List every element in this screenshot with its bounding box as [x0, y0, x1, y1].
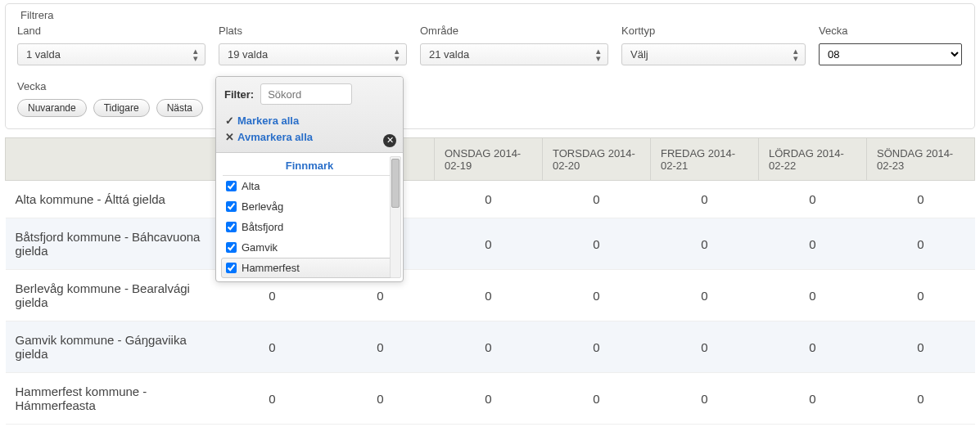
tidigare-button[interactable]: Tidigare — [93, 99, 150, 117]
row-value-cell: 0 — [867, 321, 975, 373]
dropdown-filter-label: Filter: — [224, 88, 254, 101]
filter-col-vecka: Vecka 08 — [819, 25, 962, 65]
x-icon: ✕ — [224, 129, 234, 146]
select-land-value: 1 valda — [26, 48, 61, 61]
dropdown-item-checkbox[interactable] — [226, 201, 237, 212]
filter-col-omrade: Område 21 valda ▴▾ — [420, 25, 608, 65]
dropdown-item-label: Berlevåg — [242, 200, 283, 213]
dropdown-item-label: Gamvik — [242, 241, 278, 254]
row-value-cell: 0 — [759, 373, 867, 425]
table-header-cell — [6, 138, 219, 181]
plats-dropdown-panel: Filter: ✓ Markera alla ✕ Avmarkera alla … — [215, 76, 404, 282]
dropdown-scrollbar[interactable] — [390, 156, 401, 278]
dropdown-item-label: Båtsfjord — [242, 221, 283, 233]
row-value-cell: 0 — [543, 270, 651, 321]
dropdown-item[interactable]: Berlevåg — [216, 196, 403, 217]
table-head: 4-ONSDAG 2014-02-19TORSDAG 2014-02-20FRE… — [6, 138, 975, 181]
row-value-cell: 0 — [435, 270, 543, 321]
table-row: Båtsfjord kommune - Báhcavuona gielda000… — [6, 218, 975, 270]
row-value-cell: 0 — [867, 218, 975, 270]
dropdown-item[interactable]: Båtsfjord — [216, 217, 403, 237]
select-omrade-value: 21 valda — [429, 48, 469, 61]
dropdown-item-checkbox[interactable] — [226, 242, 237, 253]
table-body: Alta kommune - Álttá gielda00000Båtsfjor… — [6, 181, 975, 425]
chevron-updown-icon: ▴▾ — [193, 47, 198, 62]
filter-label-plats: Plats — [219, 25, 407, 37]
row-value-cell: 0 — [759, 181, 867, 218]
row-value-cell: 0 — [867, 181, 975, 218]
row-value-cell: 0 — [219, 321, 327, 373]
dropdown-item-checkbox[interactable] — [226, 181, 237, 191]
dropdown-item-label: Hammerfest — [242, 262, 300, 274]
row-name-cell: Berlevåg kommune - Bearalvági gielda — [6, 270, 219, 321]
table-row: Hammerfest kommune - Hámmerfeasta0000000 — [6, 373, 975, 425]
row-value-cell: 0 — [651, 218, 759, 270]
select-all-action[interactable]: ✓ Markera alla — [224, 113, 395, 129]
row-value-cell: 0 — [435, 321, 543, 373]
dropdown-item[interactable]: Alta — [216, 176, 403, 196]
dropdown-item[interactable]: Gamvik — [216, 237, 403, 258]
select-vecka[interactable]: 08 — [819, 43, 962, 65]
filter-fieldset: Filtrera Land 1 valda ▴▾ Plats 19 valda … — [5, 3, 975, 129]
chevron-updown-icon: ▴▾ — [596, 47, 601, 62]
vecka-nav-section: Vecka Nuvarande Tidigare Nästa — [17, 80, 963, 117]
row-value-cell: 0 — [435, 181, 543, 218]
nasta-button[interactable]: Nästa — [156, 99, 203, 117]
dropdown-header: Filter: ✓ Markera alla ✕ Avmarkera alla … — [216, 77, 403, 153]
filter-col-land: Land 1 valda ▴▾ — [17, 25, 205, 65]
row-value-cell: 0 — [759, 270, 867, 321]
vecka-button-row: Nuvarande Tidigare Nästa — [17, 99, 963, 117]
data-table-wrap: 4-ONSDAG 2014-02-19TORSDAG 2014-02-20FRE… — [5, 137, 975, 425]
row-value-cell: 0 — [867, 373, 975, 425]
row-value-cell: 0 — [543, 181, 651, 218]
filter-label-omrade: Område — [420, 25, 608, 37]
filter-col-korttyp: Korttyp Välj ▴▾ — [621, 25, 806, 65]
dropdown-body: Finnmark AltaBerlevågBåtsfjordGamvikHamm… — [216, 153, 403, 281]
fieldset-legend: Filtrera — [17, 9, 56, 21]
filter-label-vecka: Vecka — [819, 25, 962, 37]
row-value-cell: 0 — [543, 218, 651, 270]
select-plats-value: 19 valda — [228, 48, 268, 61]
select-all-label: Markera alla — [237, 113, 299, 129]
row-name-cell: Gamvik kommune - Gáŋgaviika gielda — [6, 321, 219, 373]
row-value-cell: 0 — [651, 270, 759, 321]
select-land[interactable]: 1 valda ▴▾ — [17, 43, 205, 65]
deselect-all-label: Avmarkera alla — [237, 129, 313, 146]
vecka-nav-label: Vecka — [17, 80, 963, 92]
row-value-cell: 0 — [651, 373, 759, 425]
table-header-cell: SÖNDAG 2014-02-23 — [867, 138, 975, 181]
check-icon: ✓ — [224, 113, 234, 129]
dropdown-filter-input[interactable] — [260, 83, 352, 105]
filter-col-plats: Plats 19 valda ▴▾ — [219, 25, 407, 65]
dropdown-item-checkbox[interactable] — [226, 222, 237, 232]
row-name-cell: Båtsfjord kommune - Báhcavuona gielda — [6, 218, 219, 270]
data-table: 4-ONSDAG 2014-02-19TORSDAG 2014-02-20FRE… — [5, 137, 975, 425]
select-plats[interactable]: 19 valda ▴▾ — [219, 43, 407, 65]
close-dropdown-button[interactable]: ✕ — [383, 134, 396, 147]
chevron-updown-icon: ▴▾ — [793, 47, 798, 62]
row-value-cell: 0 — [327, 321, 435, 373]
dropdown-item[interactable]: Hammerfest — [221, 258, 398, 278]
dropdown-group-header: Finnmark — [216, 156, 403, 175]
deselect-all-action[interactable]: ✕ Avmarkera alla — [224, 129, 395, 146]
dropdown-item-checkbox[interactable] — [226, 263, 237, 273]
table-header-cell: LÖRDAG 2014-02-22 — [759, 138, 867, 181]
filter-label-korttyp: Korttyp — [621, 25, 806, 37]
row-value-cell: 0 — [219, 373, 327, 425]
row-value-cell: 0 — [759, 321, 867, 373]
chevron-updown-icon: ▴▾ — [395, 47, 400, 62]
nuvarande-button[interactable]: Nuvarande — [17, 99, 87, 117]
row-value-cell: 0 — [543, 321, 651, 373]
table-row: Alta kommune - Álttá gielda00000 — [6, 181, 975, 218]
table-header-row: 4-ONSDAG 2014-02-19TORSDAG 2014-02-20FRE… — [6, 138, 975, 181]
select-omrade[interactable]: 21 valda ▴▾ — [420, 43, 608, 65]
select-korttyp-value: Välj — [630, 48, 648, 61]
select-korttyp[interactable]: Välj ▴▾ — [621, 43, 806, 65]
filter-row-selects: Land 1 valda ▴▾ Plats 19 valda ▴▾ Område… — [17, 25, 963, 65]
row-value-cell: 0 — [435, 373, 543, 425]
dropdown-item-label: Alta — [242, 180, 260, 192]
table-header-cell: FREDAG 2014-02-21 — [651, 138, 759, 181]
dropdown-scroll-thumb[interactable] — [391, 159, 400, 208]
row-name-cell: Hammerfest kommune - Hámmerfeasta — [6, 373, 219, 425]
row-value-cell: 0 — [327, 373, 435, 425]
